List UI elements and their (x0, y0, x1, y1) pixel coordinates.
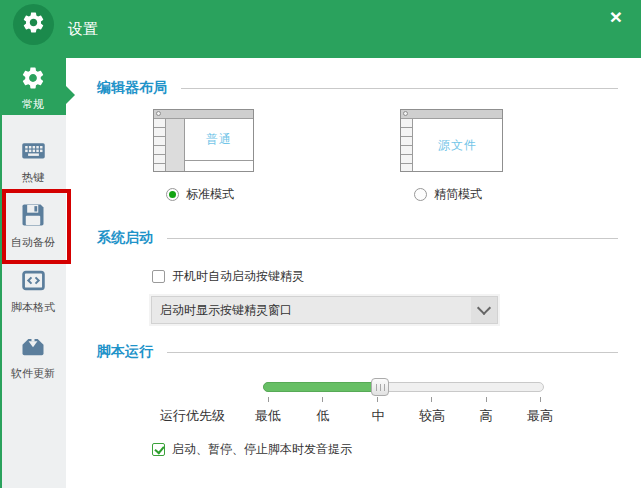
preview-titlebar (401, 110, 502, 119)
close-icon[interactable]: × (605, 6, 627, 28)
software-update-icon (19, 332, 47, 364)
section-divider (167, 352, 618, 353)
layout-preview-source[interactable]: 源文件 (400, 109, 503, 172)
chevron-down-icon (477, 301, 491, 315)
priority-level-label: 高 (480, 407, 493, 425)
keyboard-icon (20, 137, 47, 168)
radio-label: 标准模式 (186, 186, 234, 203)
section-editor-layout: 编辑器布局 (97, 79, 618, 97)
radio-label: 精简模式 (434, 186, 482, 203)
title-bar: 设置 × (0, 0, 641, 58)
preview-label: 源文件 (413, 119, 502, 171)
radio-icon[interactable] (166, 188, 179, 201)
section-system-startup: 系统启动 (97, 229, 618, 247)
priority-slider-fill (263, 382, 381, 392)
gear-icon (20, 65, 46, 95)
priority-level-label: 最低 (255, 407, 281, 425)
section-divider (181, 88, 618, 89)
priority-caption: 运行优先级 (160, 407, 225, 425)
checkbox-label: 开机时自动启动按键精灵 (172, 268, 304, 285)
select-value: 启动时显示按键精灵窗口 (160, 297, 292, 323)
select-chevron-box[interactable] (471, 297, 497, 323)
sidebar-item-label: 脚本格式 (0, 300, 66, 315)
priority-level-label: 中 (372, 407, 385, 425)
checkbox-icon[interactable] (152, 270, 165, 283)
checkbox-icon[interactable] (152, 443, 165, 456)
section-title: 系统启动 (97, 229, 153, 247)
floppy-disk-icon (19, 201, 47, 233)
gear-icon (21, 10, 46, 39)
preview-window-dot (156, 111, 161, 116)
section-title: 脚本运行 (97, 343, 153, 361)
preview-side-panel (166, 119, 185, 171)
checkbox-autostart[interactable]: 开机时自动启动按键精灵 (152, 268, 304, 285)
preview-label: 普通 (185, 119, 253, 160)
active-item-notch (66, 86, 75, 104)
slider-grip-icon (376, 384, 385, 391)
priority-level-label: 最高 (527, 407, 553, 425)
sidebar-item-label: 常规 (0, 97, 66, 112)
priority-level-label: 较高 (419, 407, 445, 425)
sidebar-item-label: 热键 (0, 170, 66, 185)
sidebar-item-script-format[interactable]: 脚本格式 (0, 267, 66, 315)
startup-window-select[interactable]: 启动时显示按键精灵窗口 (151, 296, 498, 324)
checkbox-label: 启动、暂停、停止脚本时发音提示 (172, 441, 352, 458)
radio-simple-mode[interactable]: 精简模式 (414, 186, 482, 203)
sidebar-item-auto-backup[interactable]: 自动备份 (0, 201, 66, 250)
settings-window: 设置 × 常规 热键 (0, 0, 641, 488)
priority-slider-handle[interactable] (371, 378, 389, 396)
sidebar-item-label: 自动备份 (0, 235, 66, 250)
sidebar-item-general[interactable]: 常规 (0, 58, 66, 115)
section-script-run: 脚本运行 (97, 343, 618, 361)
radio-standard-mode[interactable]: 标准模式 (166, 186, 234, 203)
preview-toolbar-strip (401, 119, 413, 171)
priority-slider-ticks (268, 397, 541, 402)
sidebar-item-label: 软件更新 (0, 366, 66, 381)
window-title: 设置 (68, 0, 98, 58)
sidebar-item-software-update[interactable]: 软件更新 (0, 332, 66, 381)
radio-icon[interactable] (414, 188, 427, 201)
app-logo (13, 4, 54, 45)
sidebar-item-hotkeys[interactable]: 热键 (0, 137, 66, 185)
preview-toolbar-strip (154, 119, 166, 171)
code-brackets-icon (20, 267, 47, 298)
preview-window-dot (403, 111, 408, 116)
layout-preview-normal[interactable]: 普通 (153, 109, 254, 172)
preview-statusbar (185, 160, 253, 171)
section-title: 编辑器布局 (97, 79, 167, 97)
preview-titlebar (154, 110, 253, 119)
checkbox-sound-prompt[interactable]: 启动、暂停、停止脚本时发音提示 (152, 441, 352, 458)
section-divider (167, 238, 618, 239)
priority-level-label: 低 (317, 407, 330, 425)
